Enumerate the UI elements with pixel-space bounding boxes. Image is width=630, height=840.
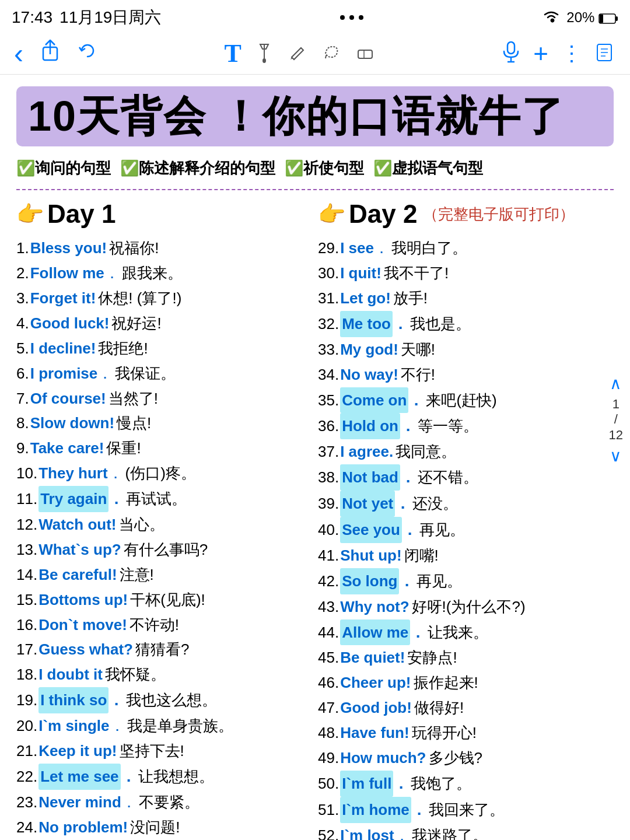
mic-button[interactable] (502, 41, 520, 66)
list-item: 50. I`m full． 我饱了。 (318, 771, 614, 797)
svg-rect-10 (508, 42, 514, 54)
list-item: 10. They hurt． (伤口)疼。 (16, 461, 312, 486)
list-item: 39. Not yet． 还没。 (318, 491, 614, 517)
more-button[interactable]: ⋮ (561, 41, 582, 66)
list-item: 36. Hold on． 等一等。 (318, 413, 614, 439)
day1-title: 👉Day 1 (16, 200, 116, 229)
main-content: 10天背会 ！你的口语就牛了 ✅询问的句型 ✅陈述解释介绍的句型 ✅祈使句型 ✅… (0, 75, 630, 840)
list-item: 13. What`s up? 有什么事吗? (16, 537, 312, 562)
list-item: 45. Be quiet! 安静点! (318, 645, 614, 670)
days-container: 👉Day 1 1. Bless you! 祝福你!2. Follow me． 跟… (16, 200, 614, 840)
toolbar-center: T (224, 38, 375, 68)
pages-button[interactable] (595, 42, 616, 65)
tag-3: ✅祈使句型 (285, 158, 364, 178)
svg-rect-1 (600, 15, 603, 23)
page-indicator: 1/12 (609, 397, 623, 443)
day2-column: 👉Day 2 （完整电子版可打印） 29. I see． 我明白了。30. I … (318, 200, 614, 840)
list-item: 48. Have fun! 玩得开心! (318, 720, 614, 746)
list-item: 43. Why not? 好呀!(为什么不?) (318, 594, 614, 620)
toolbar-right: + ⋮ (502, 39, 616, 68)
share-button[interactable] (40, 39, 61, 68)
title-box: 10天背会 ！你的口语就牛了 (16, 86, 614, 146)
list-item: 19. I think so． 我也这么想。 (16, 687, 312, 713)
list-item: 34. No way! 不行! (318, 362, 614, 387)
dot1 (340, 15, 345, 20)
list-item: 18. I doubt it 我怀疑。 (16, 662, 312, 687)
day1-column: 👉Day 1 1. Bless you! 祝福你!2. Follow me． 跟… (16, 200, 318, 840)
tag-4: ✅虚拟语气句型 (373, 158, 483, 178)
list-item: 35. Come on． 来吧(赶快) (318, 387, 614, 414)
list-item: 6. I promise． 我保证。 (16, 361, 312, 386)
list-item: 44. Allow me． 让我来。 (318, 620, 614, 646)
list-item: 16. Don`t move! 不许动! (16, 612, 312, 638)
list-item: 31. Let go! 放手! (318, 286, 614, 311)
tag-1: ✅询问的句型 (16, 158, 111, 178)
list-item: 33. My god! 天哪! (318, 337, 614, 362)
day2-header: 👉Day 2 （完整电子版可打印） (318, 200, 614, 229)
list-item: 51. I`m home． 我回来了。 (318, 797, 614, 823)
scroll-down-button[interactable]: ∨ (610, 447, 622, 466)
list-item: 23. Never mind． 不要紧。 (16, 790, 312, 815)
status-left: 17:43 11月19日周六 (12, 6, 161, 29)
list-item: 11. Try again． 再试试。 (16, 486, 312, 512)
status-date: 11月19日周六 (60, 6, 161, 29)
tag-2: ✅陈述解释介绍的句型 (120, 158, 275, 178)
status-center (340, 15, 363, 20)
list-item: 20. I`m single． 我是单身贵族。 (16, 713, 312, 738)
status-bar: 17:43 11月19日周六 20% (0, 0, 630, 33)
list-item: 7. Of course! 当然了! (16, 386, 312, 411)
eraser-tool[interactable] (355, 42, 376, 65)
dot2 (349, 15, 354, 20)
list-item: 22. Let me see． 让我想想。 (16, 764, 312, 790)
pen-tool[interactable] (254, 42, 274, 65)
list-item: 32. Me too． 我也是。 (318, 311, 614, 337)
list-item: 30. I quit! 我不干了! (318, 261, 614, 286)
status-time: 17:43 (12, 8, 52, 27)
list-item: 15. Bottoms up! 干杯(见底)! (16, 587, 312, 612)
lasso-tool[interactable] (321, 42, 342, 65)
list-item: 17. Guess what? 猜猜看? (16, 637, 312, 662)
section-divider (16, 189, 614, 190)
list-item: 29. I see． 我明白了。 (318, 236, 614, 261)
status-right: 20% (542, 9, 618, 27)
list-item: 14. Be careful! 注意! (16, 562, 312, 587)
scroll-up-button[interactable]: ∧ (610, 374, 622, 393)
list-item: 46. Cheer up! 振作起来! (318, 670, 614, 695)
list-item: 47. Good job! 做得好! (318, 695, 614, 720)
list-item: 3. Forget it! 休想! (算了!) (16, 286, 312, 311)
day2-list: 29. I see． 我明白了。30. I quit! 我不干了!31. Let… (318, 236, 614, 840)
list-item: 42. So long． 再见。 (318, 568, 614, 594)
day1-header: 👉Day 1 (16, 200, 312, 229)
svg-point-6 (262, 58, 266, 63)
day2-subtitle: （完整电子版可打印） (423, 204, 575, 225)
list-item: 40. See you． 再见。 (318, 517, 614, 543)
battery-text: 20% (566, 9, 618, 26)
list-item: 4. Good luck! 祝好运! (16, 311, 312, 336)
list-item: 2. Follow me． 跟我来。 (16, 261, 312, 286)
list-item: 1. Bless you! 祝福你! (16, 236, 312, 261)
toolbar: ‹ T + ⋮ (0, 33, 630, 75)
subtitle-row: ✅询问的句型 ✅陈述解释介绍的句型 ✅祈使句型 ✅虚拟语气句型 (16, 158, 614, 178)
pencil-tool[interactable] (287, 42, 308, 65)
text-tool[interactable]: T (224, 38, 241, 68)
list-item: 49. How much? 多少钱? (318, 746, 614, 771)
list-item: 8. Slow down! 慢点! (16, 411, 312, 436)
undo-button[interactable] (77, 40, 98, 66)
list-item: 9. Take care! 保重! (16, 436, 312, 461)
list-item: 12. Watch out! 当心。 (16, 512, 312, 537)
add-button[interactable]: + (533, 39, 548, 68)
list-item: 38. Not bad． 还不错。 (318, 464, 614, 491)
list-item: 5. I decline! 我拒绝! (16, 336, 312, 361)
main-title: 10天背会 ！你的口语就牛了 (28, 93, 602, 139)
wifi-icon (542, 9, 561, 27)
dot3 (359, 15, 363, 20)
list-item: 41. Shut up! 闭嘴! (318, 543, 614, 568)
list-item: 21. Keep it up! 坚持下去! (16, 738, 312, 764)
list-item: 24. No problem! 没问题! (16, 815, 312, 840)
scroll-indicators: ∧ 1/12 ∨ (609, 374, 623, 466)
list-item: 37. I agree. 我同意。 (318, 439, 614, 464)
day1-list: 1. Bless you! 祝福你!2. Follow me． 跟我来。3. F… (16, 236, 312, 840)
back-button[interactable]: ‹ (14, 37, 23, 69)
svg-rect-8 (358, 50, 372, 58)
toolbar-left: ‹ (14, 37, 98, 69)
